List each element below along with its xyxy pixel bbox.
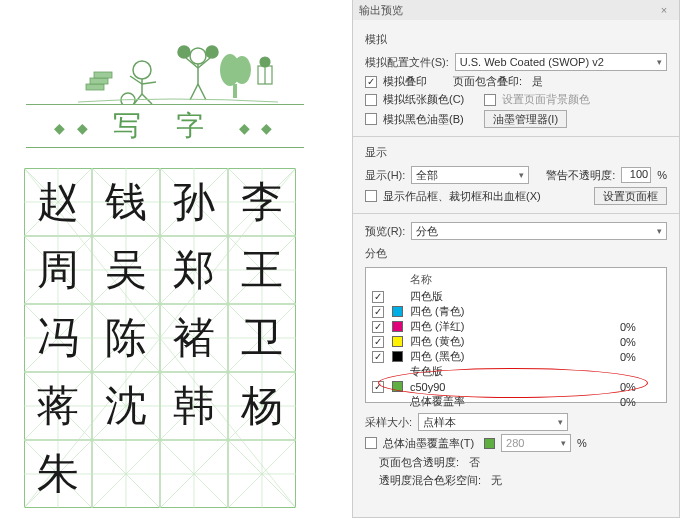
sim-overprint-label: 模拟叠印 (383, 74, 427, 89)
sep-swatch (392, 306, 403, 317)
grid-cell: 褚 (160, 304, 228, 372)
sep-pct: 0% (620, 336, 660, 348)
sep-name: 四色 (黑色) (410, 349, 616, 364)
spot-row-toggle[interactable]: ✓ (372, 381, 384, 393)
svg-rect-22 (90, 78, 108, 84)
grid-cell: 王 (228, 236, 296, 304)
grid-cell: 冯 (24, 304, 92, 372)
output-preview-panel: 输出预览 × 模拟 模拟配置文件(S): U.S. Web Coated (SW… (352, 0, 680, 518)
svg-rect-23 (94, 72, 112, 78)
show-trim-checkbox[interactable] (365, 190, 377, 202)
preview-label: 预览(R): (365, 224, 405, 239)
sep-row-toggle[interactable]: ✓ (372, 336, 384, 348)
set-bg-checkbox[interactable] (484, 94, 496, 106)
show-heading: 显示 (365, 145, 667, 160)
chevron-down-icon: ▾ (657, 226, 662, 236)
total-coverage-pct: 0% (620, 396, 660, 408)
total-ink-swatch (484, 438, 495, 449)
svg-point-11 (178, 46, 190, 58)
sep-row-toggle[interactable]: ✓ (372, 351, 384, 363)
page-title: ◆ ◆ 写 字 ◆ ◆ (26, 104, 304, 148)
show-label: 显示(H): (365, 168, 405, 183)
sim-profile-dropdown[interactable]: U.S. Web Coated (SWOP) v2 ▾ (455, 53, 667, 71)
sim-overprint-checkbox[interactable]: ✓ (365, 76, 377, 88)
svg-rect-21 (86, 84, 104, 90)
pct-label: % (657, 169, 667, 181)
svg-point-6 (121, 93, 135, 104)
grid-cell: 蒋 (24, 372, 92, 440)
sep-swatch (392, 336, 403, 347)
total-coverage-label: 总体覆盖率 (410, 394, 616, 409)
svg-rect-17 (233, 84, 237, 98)
page-transparency-label: 页面包含透明度: (379, 455, 459, 470)
sep-pct: 0% (620, 321, 660, 333)
svg-point-12 (206, 46, 218, 58)
grid-cell: 孙 (160, 168, 228, 236)
grid-cell: 周 (24, 236, 92, 304)
show-trim-label: 显示作品框、裁切框和出血框(X) (383, 189, 541, 204)
preview-dropdown[interactable]: 分色 ▾ (411, 222, 667, 240)
chevron-down-icon: ▾ (558, 417, 563, 427)
svg-line-13 (190, 84, 198, 100)
process-toggle[interactable]: ✓ (372, 291, 384, 303)
grid-cell: 韩 (160, 372, 228, 440)
decorative-illustration (18, 12, 312, 104)
page-contains-overprint-label: 页面包含叠印: (453, 74, 522, 89)
set-bg-label: 设置页面背景颜色 (502, 92, 590, 107)
sep-row-toggle[interactable]: ✓ (372, 306, 384, 318)
process-group-label: 四色版 (410, 289, 616, 304)
grid-cell: 卫 (228, 304, 296, 372)
opacity-input[interactable]: 100 (621, 167, 651, 183)
svg-point-16 (233, 56, 251, 84)
name-column: 名称 (410, 272, 432, 287)
separations-heading: 分色 (365, 246, 667, 261)
grid-cell: 沈 (92, 372, 160, 440)
grid-cell: 陈 (92, 304, 160, 372)
sim-paper-checkbox[interactable] (365, 94, 377, 106)
chevron-down-icon: ▾ (561, 438, 566, 448)
grid-cell: 杨 (228, 372, 296, 440)
opacity-warn-label: 警告不透明度: (546, 168, 615, 183)
svg-line-3 (142, 82, 156, 84)
grid-cell: 赵 (24, 168, 92, 236)
show-dropdown[interactable]: 全部 ▾ (411, 166, 529, 184)
blend-space-label: 透明度混合色彩空间: (379, 473, 481, 488)
svg-point-0 (133, 61, 151, 79)
chevron-down-icon: ▾ (519, 170, 524, 180)
sample-size-dropdown[interactable]: 点样本 ▾ (418, 413, 568, 431)
sim-paper-label: 模拟纸张颜色(C) (383, 92, 464, 107)
sep-name: 四色 (洋红) (410, 319, 616, 334)
character-grid: 赵钱孙李周吴郑王冯陈褚卫蒋沈韩杨朱 (24, 168, 296, 508)
sim-black-checkbox[interactable] (365, 113, 377, 125)
sep-pct: 0% (620, 351, 660, 363)
sep-row-toggle[interactable]: ✓ (372, 321, 384, 333)
spot-swatch (392, 381, 403, 392)
sep-swatch (392, 321, 403, 332)
ink-manager-button[interactable]: 油墨管理器(I) (484, 110, 567, 128)
svg-line-10 (198, 58, 210, 68)
sep-name: 四色 (青色) (410, 304, 616, 319)
pct-label: % (577, 437, 587, 449)
svg-point-7 (190, 48, 206, 64)
sep-name: 四色 (黄色) (410, 334, 616, 349)
close-icon[interactable]: × (655, 4, 673, 16)
set-page-box-button[interactable]: 设置页面框 (594, 187, 667, 205)
grid-cell: 李 (228, 168, 296, 236)
page-transparency-value: 否 (469, 455, 480, 470)
svg-point-20 (260, 57, 270, 67)
chevron-down-icon: ▾ (657, 57, 662, 67)
grid-cell: 吴 (92, 236, 160, 304)
svg-line-9 (186, 58, 198, 68)
blend-space-value: 无 (491, 473, 502, 488)
total-ink-checkbox[interactable] (365, 437, 377, 449)
grid-cell: 郑 (160, 236, 228, 304)
separations-list: 名称 ✓ 四色版 ✓ 四色 (青色) ✓ 四色 (洋红) 0%✓ 四色 (黄色)… (365, 267, 667, 403)
title-text: 写 字 (113, 110, 218, 141)
sim-profile-label: 模拟配置文件(S): (365, 55, 449, 70)
total-ink-dropdown[interactable]: 280 ▾ (501, 434, 571, 452)
spot-pct: 0% (620, 381, 660, 393)
sample-size-label: 采样大小: (365, 415, 412, 430)
grid-cell: 钱 (92, 168, 160, 236)
grid-cell: 朱 (24, 440, 92, 508)
spot-name: c50y90 (410, 381, 616, 393)
